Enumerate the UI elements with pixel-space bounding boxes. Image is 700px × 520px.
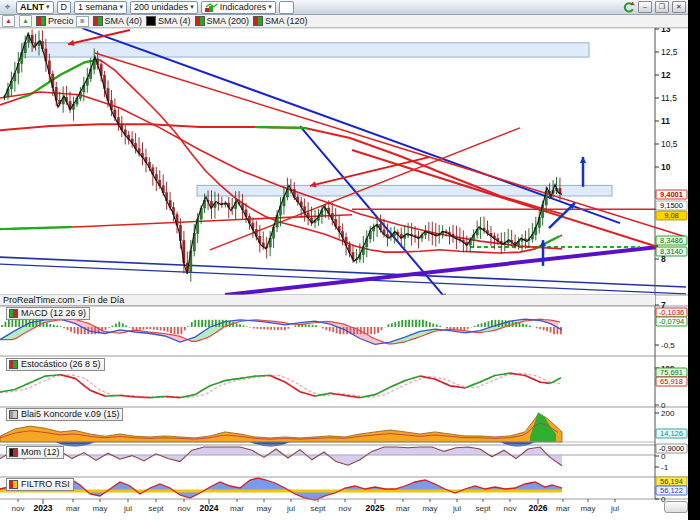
svg-text:nov: nov <box>339 504 352 513</box>
maximize-button[interactable]: ❒ <box>655 1 669 13</box>
svg-text:2025: 2025 <box>366 503 385 513</box>
draw-up-red-button[interactable]: ▲ <box>2 15 15 27</box>
legend-item-sma-40-[interactable]: SMA (40) <box>93 16 143 26</box>
svg-text:9,4001: 9,4001 <box>660 190 683 199</box>
svg-text:jul: jul <box>286 504 295 513</box>
chart-canvas[interactable]: 1312,51211,51110,51087-0,510002000-10nov… <box>0 0 700 520</box>
svg-text:may: may <box>580 504 595 513</box>
right-black-strip <box>688 0 700 520</box>
svg-text:sept: sept <box>310 504 326 513</box>
svg-text:9,1500: 9,1500 <box>660 201 683 210</box>
indicators-label: Indicadores <box>220 2 267 12</box>
panel-title-macd[interactable]: MACD (12 26 9) <box>6 307 90 320</box>
svg-text:2024: 2024 <box>200 503 219 513</box>
panel-title-filtro[interactable]: FILTRO RSI <box>6 478 74 491</box>
legend-item-sma-4-[interactable]: SMA (4) <box>146 16 191 26</box>
indicator-color-icon <box>9 360 18 369</box>
price-style-icon[interactable]: ≣ <box>76 16 89 27</box>
indicators-menu[interactable]: Indicadores ▾ <box>201 1 276 14</box>
panel-title-label: Blai5 Koncorde v.09 (15) <box>21 409 119 420</box>
refresh-icon[interactable] <box>622 1 635 13</box>
chevron-down-icon: ▾ <box>190 2 194 12</box>
svg-text:2023: 2023 <box>34 503 53 513</box>
svg-text:12,5: 12,5 <box>661 47 678 57</box>
svg-text:9,08: 9,08 <box>664 211 679 220</box>
close-button[interactable]: ✕ <box>672 1 686 13</box>
svg-text:65,918: 65,918 <box>660 377 683 386</box>
svg-text:200: 200 <box>661 409 675 418</box>
svg-text:jul: jul <box>452 504 461 513</box>
svg-text:-0,1036: -0,1036 <box>659 308 684 317</box>
svg-text:10: 10 <box>661 162 671 172</box>
svg-text:56,122: 56,122 <box>660 486 683 495</box>
svg-text:12: 12 <box>661 70 671 80</box>
legend-item-precio[interactable]: Precio≣ <box>36 16 89 27</box>
svg-text:10,5: 10,5 <box>661 139 678 149</box>
timeframe-label: 1 semana <box>78 2 118 12</box>
svg-text:sept: sept <box>148 504 164 513</box>
svg-text:75,691: 75,691 <box>660 368 683 377</box>
svg-text:jul: jul <box>610 504 619 513</box>
chevron-down-icon: ▾ <box>268 2 272 12</box>
series-color-icon <box>195 16 205 26</box>
svg-text:-0,5: -0,5 <box>661 341 675 350</box>
svg-text:2026: 2026 <box>529 503 548 513</box>
indicator-color-icon <box>9 448 18 457</box>
panel-title-blai5[interactable]: Blai5 Koncorde v.09 (15) <box>6 408 123 421</box>
svg-text:mar: mar <box>556 504 570 513</box>
toolbar: ⌖ ALNT ▾ D 1 semana ▾ 200 unidades ▾ Ind… <box>0 0 688 15</box>
series-color-icon <box>253 16 263 26</box>
svg-text:-0,9000: -0,9000 <box>659 444 684 453</box>
legend-label: SMA (40) <box>105 16 143 26</box>
watermark-text: ProRealTime.com - Fin de Día <box>0 295 655 306</box>
indicator-color-icon <box>9 410 18 419</box>
series-color-icon <box>36 16 46 26</box>
daily-button[interactable]: D <box>57 1 72 14</box>
symbol-label: ALNT <box>20 2 44 12</box>
svg-text:-1: -1 <box>661 463 669 472</box>
chevron-down-icon: ▾ <box>120 2 124 12</box>
legend-label: SMA (120) <box>265 16 308 26</box>
indicator-color-icon <box>9 480 18 489</box>
svg-text:jul: jul <box>123 504 132 513</box>
svg-text:may: may <box>256 504 271 513</box>
svg-text:sept: sept <box>475 504 491 513</box>
minimize-button[interactable]: – <box>638 1 652 13</box>
units-select[interactable]: 200 unidades ▾ <box>130 1 198 14</box>
legend-item-sma-120-[interactable]: SMA (120) <box>253 16 308 26</box>
svg-text:nov: nov <box>178 504 191 513</box>
extra-tool-button[interactable] <box>279 1 294 14</box>
svg-text:56,194: 56,194 <box>660 477 683 486</box>
legend-label: SMA (200) <box>207 16 250 26</box>
legend-label: Precio <box>48 16 74 26</box>
legend-item-sma-200-[interactable]: SMA (200) <box>195 16 250 26</box>
svg-text:11,5: 11,5 <box>661 93 677 103</box>
symbol-select[interactable]: ALNT ▾ <box>16 1 54 14</box>
panel-title-label: Estocástico (26 8 5) <box>21 359 101 370</box>
svg-text:mar: mar <box>230 504 244 513</box>
svg-text:8,3140: 8,3140 <box>660 247 683 256</box>
panel-title-label: Mom (12) <box>21 447 60 458</box>
chevron-down-icon: ▾ <box>46 2 50 12</box>
svg-text:-0,0794: -0,0794 <box>659 317 684 326</box>
svg-text:mar: mar <box>396 504 410 513</box>
series-color-icon <box>93 16 103 26</box>
indicator-color-icon <box>9 309 18 318</box>
draw-up-green-button[interactable]: ▲ <box>19 15 32 27</box>
indicators-icon <box>205 3 218 12</box>
legend-bar: ▲▲Precio≣SMA (40)SMA (4)SMA (200)SMA (12… <box>0 15 688 28</box>
svg-text:may: may <box>92 504 107 513</box>
cursor-tool-icon[interactable]: ⌖ <box>2 1 13 13</box>
svg-text:nov: nov <box>12 504 25 513</box>
panel-title-mom[interactable]: Mom (12) <box>6 446 64 459</box>
svg-text:14,126: 14,126 <box>660 429 683 438</box>
svg-text:nov: nov <box>504 504 517 513</box>
panel-title-label: MACD (12 26 9) <box>21 308 86 319</box>
timeframe-select[interactable]: 1 semana ▾ <box>74 1 127 14</box>
corner-widget[interactable] <box>664 501 688 513</box>
units-label: 200 unidades <box>134 2 188 12</box>
legend-label: SMA (4) <box>158 16 191 26</box>
svg-text:11: 11 <box>661 116 670 126</box>
svg-text:8,3486: 8,3486 <box>660 236 683 245</box>
panel-title-estocástico[interactable]: Estocástico (26 8 5) <box>6 358 105 371</box>
